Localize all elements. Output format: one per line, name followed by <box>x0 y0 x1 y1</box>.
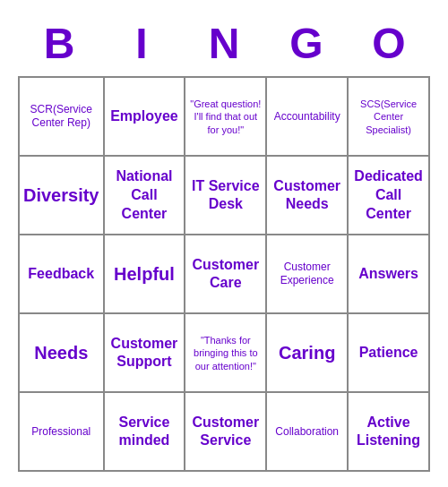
bingo-cell[interactable]: Customer Care <box>185 235 267 314</box>
bingo-header: B I N G O <box>18 15 430 73</box>
bingo-cell[interactable]: "Thanks for bringing this to our attenti… <box>185 314 267 393</box>
bingo-cell[interactable]: Accountability <box>267 78 349 157</box>
bingo-cell[interactable]: Diversity <box>20 157 105 235</box>
letter-b: B <box>18 15 100 73</box>
bingo-cell[interactable]: Customer Service <box>185 393 267 472</box>
letter-o: O <box>348 15 430 73</box>
letter-g: G <box>265 15 348 73</box>
bingo-cell[interactable]: Helpful <box>105 235 186 314</box>
bingo-cell[interactable]: Professional <box>20 393 105 472</box>
bingo-cell[interactable]: IT Service Desk <box>185 157 267 235</box>
bingo-cell[interactable]: Needs <box>20 314 105 393</box>
bingo-cell[interactable]: Answers <box>349 235 430 314</box>
bingo-cell[interactable]: Feedback <box>20 235 105 314</box>
bingo-cell[interactable]: Patience <box>349 314 430 393</box>
letter-n: N <box>183 15 265 73</box>
bingo-cell[interactable]: Dedicated Call Center <box>349 157 430 235</box>
letter-i: I <box>100 15 183 73</box>
bingo-cell[interactable]: SCS(Service Center Specialist) <box>349 78 430 157</box>
bingo-cell[interactable]: Caring <box>267 314 349 393</box>
bingo-cell[interactable]: Active Listening <box>349 393 430 472</box>
bingo-card: B I N G O SCR(Service Center Rep)Employe… <box>9 6 439 482</box>
bingo-cell[interactable]: Employee <box>105 78 186 157</box>
bingo-cell[interactable]: Customer Experience <box>267 235 349 314</box>
bingo-cell[interactable]: Customer Needs <box>267 157 349 235</box>
bingo-cell[interactable]: Service minded <box>105 393 186 472</box>
bingo-cell[interactable]: Customer Support <box>105 314 186 393</box>
bingo-cell[interactable]: SCR(Service Center Rep) <box>20 78 105 157</box>
bingo-grid: SCR(Service Center Rep)Employee"Great qu… <box>18 76 430 472</box>
bingo-cell[interactable]: National Call Center <box>105 157 186 235</box>
bingo-cell[interactable]: "Great question! I'll find that out for … <box>185 78 267 157</box>
bingo-cell[interactable]: Collaboration <box>267 393 349 472</box>
